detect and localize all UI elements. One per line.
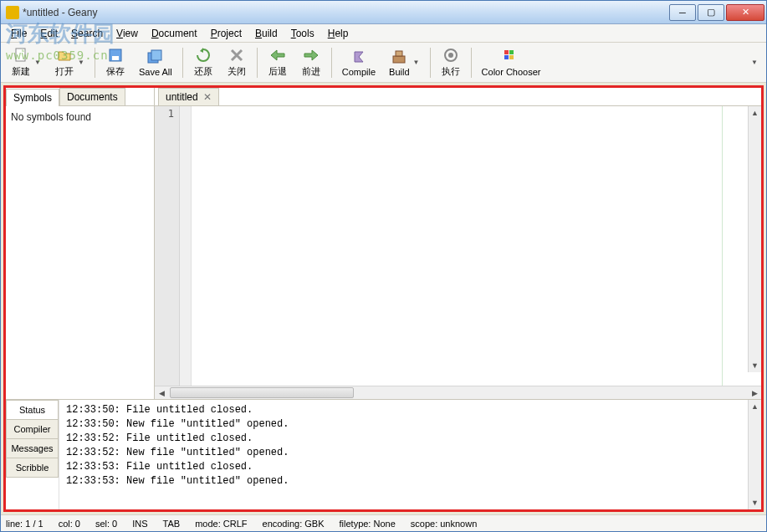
menu-help[interactable]: Help xyxy=(323,26,354,41)
tab-documents[interactable]: Documents xyxy=(59,88,125,105)
menu-edit[interactable]: Edit xyxy=(35,26,63,41)
status-tab: TAB xyxy=(163,519,181,529)
message-vscrollbar[interactable]: ▲ ▼ xyxy=(748,400,761,509)
toolbar-separator xyxy=(182,48,183,78)
save-button[interactable]: 保存 xyxy=(99,44,132,81)
tab-scribble[interactable]: Scribble xyxy=(6,458,59,478)
build-dropdown[interactable]: ▼ xyxy=(413,59,422,66)
forward-button[interactable]: 前进 xyxy=(294,44,328,81)
open-dropdown[interactable]: ▼ xyxy=(78,59,86,66)
svg-rect-4 xyxy=(151,50,161,60)
log-line: 12:33:50: New file "untitled" opened. xyxy=(66,418,289,430)
minimize-button[interactable]: ─ xyxy=(669,4,696,21)
menu-tools[interactable]: Tools xyxy=(286,26,320,41)
color-chooser-icon xyxy=(503,49,519,65)
menubar: File Edit Search View Document Project B… xyxy=(1,24,766,43)
log-line: 12:33:53: File untitled closed. xyxy=(66,461,253,473)
log-line: 12:33:52: New file "untitled" opened. xyxy=(66,447,289,458)
open-button[interactable]: 打开 xyxy=(48,44,81,81)
status-mode: mode: CRLF xyxy=(195,519,247,529)
titlebar: *untitled - Geany ─ ▢ ✕ xyxy=(1,1,766,24)
scroll-down-icon[interactable]: ▼ xyxy=(749,496,761,509)
tab-messages[interactable]: Messages xyxy=(6,438,59,458)
menu-view[interactable]: View xyxy=(111,26,143,41)
svg-rect-2 xyxy=(112,56,119,60)
compile-button[interactable]: Compile xyxy=(335,44,382,81)
message-window: Status Compiler Messages Scribble 12:33:… xyxy=(6,399,761,509)
statusbar: line: 1 / 1 col: 0 sel: 0 INS TAB mode: … xyxy=(1,514,766,531)
toolbar-separator xyxy=(95,48,95,78)
editor-vscrollbar[interactable]: ▲ ▼ xyxy=(748,106,761,372)
editor-tab-label: untitled xyxy=(166,91,198,103)
toolbar-separator xyxy=(471,48,472,78)
scroll-left-icon[interactable]: ◀ xyxy=(155,386,168,399)
toolbar-separator xyxy=(430,48,431,78)
menu-file[interactable]: File xyxy=(6,26,32,41)
status-col: col: 0 xyxy=(59,519,80,529)
menu-build[interactable]: Build xyxy=(250,26,283,41)
back-button[interactable]: 后退 xyxy=(261,44,294,81)
build-button[interactable]: Build xyxy=(382,44,416,81)
status-encoding: encoding: GBK xyxy=(263,519,325,529)
editor-text-area[interactable] xyxy=(192,106,761,386)
forward-arrow-icon xyxy=(303,47,320,64)
toolbar-separator xyxy=(257,48,258,78)
status-scope: scope: unknown xyxy=(411,519,478,529)
compile-icon xyxy=(350,49,367,65)
close-tab-icon[interactable]: ✕ xyxy=(203,91,212,103)
svg-rect-11 xyxy=(504,55,509,59)
window-title: *untitled - Geany xyxy=(23,7,667,18)
line-number: 1 xyxy=(160,108,174,120)
scroll-down-icon[interactable]: ▼ xyxy=(749,359,761,372)
back-arrow-icon xyxy=(269,47,286,64)
symbols-body: No symbols found xyxy=(6,106,154,399)
save-all-button[interactable]: Save All xyxy=(132,44,179,81)
editor-tab-untitled[interactable]: untitled ✕ xyxy=(158,88,219,105)
scroll-up-icon[interactable]: ▲ xyxy=(749,106,761,120)
app-icon xyxy=(6,6,19,19)
status-filetype: filetype: None xyxy=(340,519,396,529)
tab-status[interactable]: Status xyxy=(6,400,59,420)
menu-project[interactable]: Project xyxy=(206,26,247,41)
color-chooser-button[interactable]: Color Chooser xyxy=(475,44,548,81)
menu-document[interactable]: Document xyxy=(146,26,202,41)
new-file-icon xyxy=(13,47,29,64)
svg-point-8 xyxy=(448,53,453,58)
log-line: 12:33:52: File untitled closed. xyxy=(66,432,253,444)
highlighted-region: Symbols Documents No symbols found untit… xyxy=(3,85,764,512)
fold-margin xyxy=(180,106,192,386)
log-line: 12:33:53: New file "untitled" opened. xyxy=(66,475,289,487)
svg-rect-6 xyxy=(396,51,402,56)
execute-button[interactable]: 执行 xyxy=(434,44,468,81)
menu-search[interactable]: Search xyxy=(66,26,108,41)
scroll-up-icon[interactable]: ▲ xyxy=(749,400,761,413)
upper-pane: Symbols Documents No symbols found untit… xyxy=(6,88,761,399)
svg-rect-12 xyxy=(509,55,514,59)
tab-compiler[interactable]: Compiler xyxy=(6,419,59,439)
sidebar: Symbols Documents No symbols found xyxy=(6,88,155,399)
new-button[interactable]: 新建 xyxy=(4,44,38,81)
svg-rect-0 xyxy=(16,49,25,61)
build-icon xyxy=(391,49,407,65)
status-line: line: 1 / 1 xyxy=(6,519,43,529)
tab-symbols[interactable]: Symbols xyxy=(6,89,59,106)
maximize-button[interactable]: ▢ xyxy=(698,4,724,21)
execute-icon xyxy=(442,47,459,64)
scroll-right-icon[interactable]: ▶ xyxy=(748,386,761,399)
editor-hscrollbar[interactable]: ◀ ▶ xyxy=(155,386,761,399)
toolbar-overflow[interactable]: ▼ xyxy=(751,59,759,66)
line-number-gutter: 1 xyxy=(155,106,180,386)
svg-rect-5 xyxy=(393,56,405,63)
save-icon xyxy=(107,47,124,64)
log-line: 12:33:50: File untitled closed. xyxy=(66,404,253,416)
revert-button[interactable]: 还原 xyxy=(187,44,220,81)
hscroll-thumb[interactable] xyxy=(170,387,354,398)
status-log: 12:33:50: File untitled closed. 12:33:50… xyxy=(59,400,748,509)
toolbar: 新建 ▼ 打开 ▼ 保存 Save All 还原 关闭 后退 xyxy=(1,43,766,83)
close-icon xyxy=(228,47,245,64)
close-button[interactable]: 关闭 xyxy=(220,44,253,81)
close-window-button[interactable]: ✕ xyxy=(726,4,764,21)
new-dropdown[interactable]: ▼ xyxy=(34,59,43,66)
svg-rect-10 xyxy=(509,50,514,54)
status-ins: INS xyxy=(132,519,147,529)
